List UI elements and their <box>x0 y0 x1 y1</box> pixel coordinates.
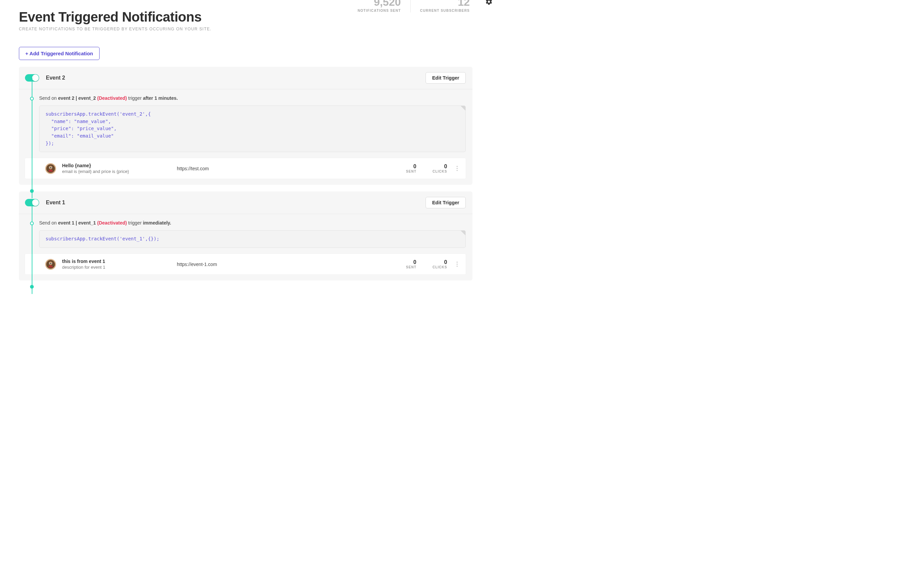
code-text: subscribersApp.trackEvent('event_1',{}); <box>45 236 159 241</box>
kebab-menu-icon[interactable] <box>455 164 459 173</box>
notification-url: https://test.com <box>177 166 398 171</box>
copy-corner-icon[interactable] <box>460 230 465 235</box>
add-triggered-notification-button[interactable]: + Add Triggered Notification <box>19 47 99 60</box>
event-name: Event 2 <box>46 75 65 81</box>
clicks-label: CLICKS <box>433 265 447 269</box>
avatar <box>45 163 56 174</box>
timeline-line <box>32 78 32 198</box>
trigger-prefix: Send on <box>39 96 58 101</box>
notification-sent-stat: 0 SENT <box>398 259 424 269</box>
event-card: Event 2 Edit Trigger Send on event 2 | e… <box>19 67 472 185</box>
svg-point-12 <box>49 263 50 264</box>
sent-value: 0 <box>406 163 417 170</box>
clicks-value: 0 <box>433 259 447 265</box>
event-header: Event 2 Edit Trigger <box>19 67 472 89</box>
notification-title: this is from event 1 <box>62 259 177 264</box>
svg-point-6 <box>51 167 52 168</box>
edit-trigger-button[interactable]: Edit Trigger <box>426 197 466 208</box>
trigger-status: (Deactivated) <box>97 96 127 101</box>
notification-clicks-stat: 0 CLICKS <box>424 259 455 269</box>
stat-label: CURRENT SUBSCRIBERS <box>420 9 470 12</box>
notification-row: Hello {name} email is {email} and price … <box>25 158 466 179</box>
notification-url: https://event-1.com <box>177 262 398 267</box>
timeline-dot <box>30 285 34 289</box>
stat-label: NOTIFICATIONS SENT <box>358 9 401 12</box>
edit-trigger-button[interactable]: Edit Trigger <box>426 72 466 84</box>
code-snippet[interactable]: subscribersApp.trackEvent('event_2',{ "n… <box>39 106 466 152</box>
notification-clicks-stat: 0 CLICKS <box>424 163 455 173</box>
trigger-event-name: event 2 | event_2 <box>58 96 96 101</box>
code-snippet[interactable]: subscribersApp.trackEvent('event_1',{}); <box>39 230 466 248</box>
trigger-event-name: event 1 | event_1 <box>58 220 96 226</box>
stat-notifications-sent: 9,520 NOTIFICATIONS SENT <box>348 0 410 12</box>
page-subtitle: CREATE NOTIFICATIONS TO BE TRIGGERED BY … <box>19 27 472 31</box>
code-text: subscribersApp.trackEvent('event_2',{ "n… <box>45 111 151 146</box>
trigger-mid: trigger <box>127 96 143 101</box>
stat-value: 12 <box>420 0 470 7</box>
svg-point-5 <box>49 167 50 168</box>
gear-icon[interactable] <box>485 1 493 6</box>
timeline-dot <box>30 221 34 225</box>
trigger-timing: immediately. <box>143 220 171 226</box>
svg-point-13 <box>51 263 52 264</box>
top-stats: 9,520 NOTIFICATIONS SENT 12 CURRENT SUBS… <box>348 0 493 12</box>
trigger-description: Send on event 2 | event_2 (Deactivated) … <box>39 96 466 101</box>
sent-label: SENT <box>406 170 417 173</box>
avatar <box>45 259 56 270</box>
notification-desc: email is {email} and price is {price} <box>62 169 177 174</box>
clicks-value: 0 <box>433 163 447 170</box>
clicks-label: CLICKS <box>433 170 447 173</box>
notification-row: this is from event 1 description for eve… <box>25 254 466 274</box>
trigger-timing: after 1 minutes. <box>143 96 177 101</box>
event-card: Event 1 Edit Trigger Send on event 1 | e… <box>19 191 472 280</box>
trigger-mid: trigger <box>127 220 143 226</box>
notification-desc: description for event 1 <box>62 265 177 270</box>
sent-value: 0 <box>406 259 417 265</box>
timeline-line <box>32 203 32 294</box>
trigger-status: (Deactivated) <box>97 220 127 226</box>
stat-value: 9,520 <box>358 0 401 7</box>
stat-current-subscribers: 12 CURRENT SUBSCRIBERS <box>410 0 479 12</box>
trigger-description: Send on event 1 | event_1 (Deactivated) … <box>39 220 466 226</box>
kebab-menu-icon[interactable] <box>455 260 459 269</box>
timeline-dot <box>30 97 34 100</box>
notification-title: Hello {name} <box>62 163 177 168</box>
event-header: Event 1 Edit Trigger <box>19 191 472 214</box>
copy-corner-icon[interactable] <box>460 106 465 111</box>
trigger-prefix: Send on <box>39 220 58 226</box>
sent-label: SENT <box>406 265 417 269</box>
event-name: Event 1 <box>46 200 65 206</box>
notification-sent-stat: 0 SENT <box>398 163 424 173</box>
